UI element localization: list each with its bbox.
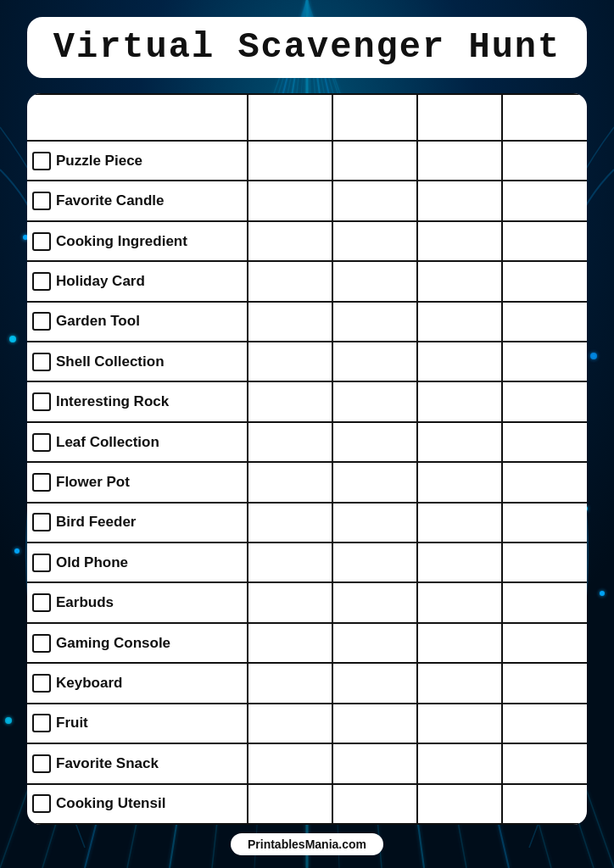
checkbox[interactable] <box>32 152 51 170</box>
header-item-col <box>27 94 248 141</box>
checkbox[interactable] <box>32 192 51 210</box>
score-col-4 <box>502 663 587 703</box>
score-col-4 <box>502 503 587 542</box>
score-col-4 <box>502 221 587 261</box>
item-cell: Holiday Card <box>27 261 248 301</box>
checkbox[interactable] <box>32 513 51 531</box>
score-col-3 <box>417 503 502 542</box>
score-col-2 <box>332 704 417 743</box>
item-cell: Cooking Utensil <box>27 784 248 825</box>
item-cell: Earbuds <box>27 582 248 622</box>
table-row: Puzzle Piece <box>27 141 587 181</box>
checkbox[interactable] <box>32 634 51 653</box>
score-col-2 <box>332 181 417 220</box>
checkbox[interactable] <box>32 473 51 492</box>
score-col-4 <box>502 381 587 421</box>
score-col-2 <box>332 221 417 261</box>
score-col-4 <box>502 302 587 342</box>
score-col-1 <box>248 704 332 743</box>
checkbox[interactable] <box>32 754 51 773</box>
table-row: Cooking Utensil <box>27 784 587 825</box>
item-label: Flower Pot <box>56 474 130 491</box>
item-label: Favorite Snack <box>56 755 159 772</box>
header-score-col-2 <box>332 94 417 141</box>
checkbox[interactable] <box>32 794 51 813</box>
checkbox[interactable] <box>32 353 51 371</box>
score-col-1 <box>248 302 332 342</box>
score-col-4 <box>502 784 587 825</box>
item-label: Keyboard <box>56 675 122 692</box>
item-cell: Gaming Console <box>27 623 248 663</box>
score-col-4 <box>502 261 587 301</box>
checkbox[interactable] <box>32 593 51 612</box>
score-col-2 <box>332 542 417 582</box>
table-row: Old Phone <box>27 542 587 582</box>
checkbox[interactable] <box>32 433 51 452</box>
score-col-1 <box>248 623 332 663</box>
item-label: Bird Feeder <box>56 514 136 531</box>
score-col-1 <box>248 663 332 703</box>
score-col-2 <box>332 261 417 301</box>
score-col-3 <box>417 623 502 663</box>
checkbox[interactable] <box>32 232 51 251</box>
item-cell: Cooking Ingredient <box>27 221 248 261</box>
item-label: Favorite Candle <box>56 192 165 209</box>
score-col-4 <box>502 141 587 181</box>
score-col-4 <box>502 582 587 622</box>
item-label: Fruit <box>56 715 88 732</box>
page-title: Virtual Scavenger Hunt <box>53 27 561 68</box>
score-col-3 <box>417 261 502 301</box>
item-label: Shell Collection <box>56 353 165 370</box>
table-header-row <box>27 94 587 141</box>
checkbox[interactable] <box>32 392 51 411</box>
table-row: Holiday Card <box>27 261 587 301</box>
checkbox[interactable] <box>32 554 51 572</box>
item-label: Cooking Ingredient <box>56 233 187 250</box>
item-label: Holiday Card <box>56 273 145 290</box>
score-col-4 <box>502 623 587 663</box>
item-label: Leaf Collection <box>56 434 159 451</box>
header-score-col-3 <box>417 94 502 141</box>
score-col-3 <box>417 784 502 825</box>
score-col-3 <box>417 381 502 421</box>
title-box: Virtual Scavenger Hunt <box>27 17 587 78</box>
table-row: Earbuds <box>27 582 587 622</box>
table-row: Favorite Snack <box>27 743 587 783</box>
score-col-4 <box>502 342 587 381</box>
item-label: Earbuds <box>56 594 114 611</box>
item-cell: Puzzle Piece <box>27 141 248 181</box>
score-col-3 <box>417 743 502 783</box>
score-col-3 <box>417 663 502 703</box>
score-col-1 <box>248 342 332 381</box>
item-cell: Favorite Candle <box>27 181 248 220</box>
checkbox[interactable] <box>32 272 51 291</box>
score-col-1 <box>248 141 332 181</box>
item-cell: Shell Collection <box>27 342 248 381</box>
item-cell: Bird Feeder <box>27 503 248 542</box>
score-col-3 <box>417 542 502 582</box>
score-col-2 <box>332 422 417 462</box>
score-col-2 <box>332 302 417 342</box>
table-row: Gaming Console <box>27 623 587 663</box>
item-cell: Favorite Snack <box>27 743 248 783</box>
score-col-2 <box>332 784 417 825</box>
item-cell: Leaf Collection <box>27 422 248 462</box>
item-cell: Fruit <box>27 704 248 743</box>
checkbox[interactable] <box>32 674 51 693</box>
score-col-4 <box>502 542 587 582</box>
table-row: Cooking Ingredient <box>27 221 587 261</box>
score-col-1 <box>248 582 332 622</box>
score-col-1 <box>248 542 332 582</box>
table-row: Fruit <box>27 704 587 743</box>
score-col-3 <box>417 422 502 462</box>
score-col-1 <box>248 503 332 542</box>
score-col-1 <box>248 784 332 825</box>
score-col-3 <box>417 704 502 743</box>
checkbox[interactable] <box>32 312 51 331</box>
footer-text: PrintablesMania.com <box>231 833 383 855</box>
checkbox[interactable] <box>32 714 51 732</box>
scavenger-table: Puzzle PieceFavorite CandleCooking Ingre… <box>27 93 587 825</box>
header-score-col-1 <box>248 94 332 141</box>
item-label: Cooking Utensil <box>56 795 165 812</box>
score-col-2 <box>332 381 417 421</box>
